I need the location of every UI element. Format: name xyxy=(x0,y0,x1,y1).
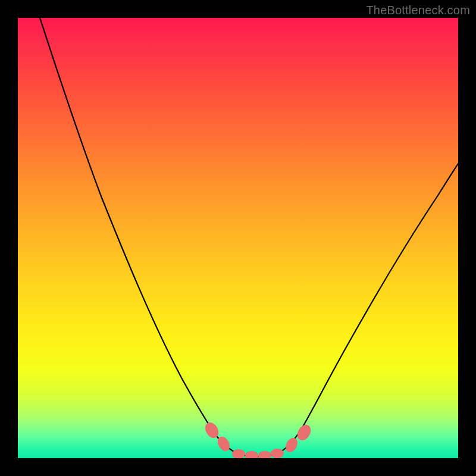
curve-layer xyxy=(18,18,458,458)
chart-frame: TheBottleneck.com xyxy=(0,0,476,476)
marker-right-lower xyxy=(283,436,300,454)
marker-bottom-1 xyxy=(232,449,245,458)
marker-bottom-4 xyxy=(271,449,284,458)
bottleneck-curve xyxy=(40,18,458,456)
marker-right-upper xyxy=(295,422,314,443)
plot-area xyxy=(18,18,458,458)
marker-bottom-3 xyxy=(258,451,271,458)
marker-bottom-2 xyxy=(245,451,258,458)
watermark-text: TheBottleneck.com xyxy=(366,4,470,17)
